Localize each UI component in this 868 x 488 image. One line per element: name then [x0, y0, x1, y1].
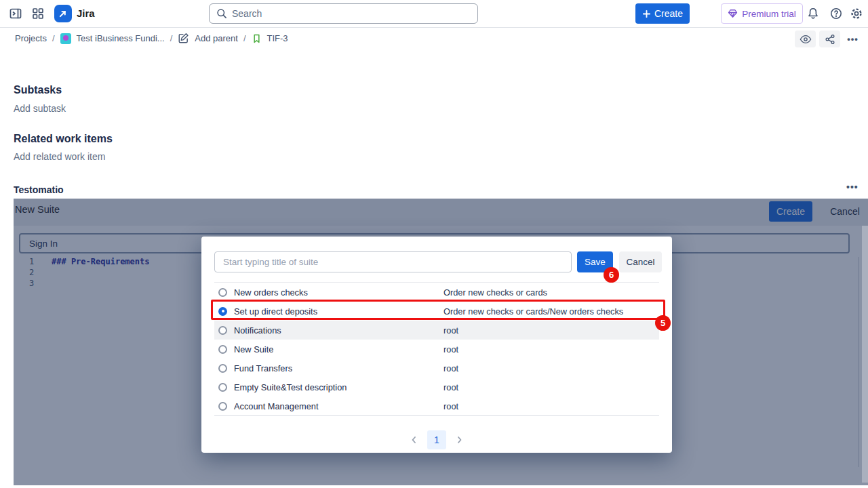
pagination: 1 [201, 430, 672, 449]
help-icon[interactable] [827, 4, 846, 23]
next-page-chevron-icon[interactable] [456, 435, 464, 445]
testomatio-more-icon[interactable]: ••• [846, 182, 859, 192]
breadcrumb-add-parent[interactable]: Add parent [195, 33, 238, 43]
watch-eye-icon[interactable] [795, 30, 816, 47]
notifications-bell-icon[interactable] [804, 4, 823, 23]
add-subtask-button[interactable]: Add subtask [14, 103, 66, 114]
plus-icon [642, 9, 651, 18]
widget-scrollbar[interactable] [862, 226, 868, 483]
cancel-button[interactable]: Cancel [619, 251, 662, 272]
app-name: Jira [77, 7, 95, 19]
suite-list: New orders checks Order new checks or ca… [214, 282, 659, 416]
suite-search-input[interactable] [214, 251, 572, 272]
global-search[interactable] [209, 3, 478, 24]
project-avatar [60, 33, 71, 44]
related-items-heading: Related work items [14, 133, 113, 145]
suite-row-empty-suite[interactable]: Empty Suite&Test description root [214, 378, 659, 396]
sidebar-toggle-icon[interactable] [8, 6, 23, 21]
suite-row-new-suite[interactable]: New Suite root [214, 340, 659, 359]
suite-row-account-management[interactable]: Account Management root [214, 396, 659, 415]
suite-row-fund-transfers[interactable]: Fund Transfers root [214, 359, 659, 378]
testomatio-heading: Testomatio [14, 184, 64, 195]
premium-trial-button[interactable]: Premium trial [721, 3, 803, 24]
search-icon [216, 8, 227, 19]
radio-unselected-icon[interactable] [218, 326, 227, 335]
jira-logo-icon[interactable] [54, 5, 72, 22]
step-badge-5: 5 [655, 315, 671, 331]
edit-pencil-icon [178, 33, 189, 44]
radio-unselected-icon[interactable] [218, 402, 227, 411]
radio-selected-icon[interactable] [218, 307, 227, 316]
share-icon[interactable] [819, 30, 840, 47]
suite-row-new-orders-checks[interactable]: New orders checks Order new checks or ca… [214, 283, 659, 302]
breadcrumb-project[interactable]: Test iBusiness Fundi... [77, 33, 165, 43]
create-button[interactable]: Create [635, 3, 690, 24]
page-more-icon[interactable]: ••• [843, 30, 863, 47]
move-suite-dialog: Save Cancel New orders checks Order new … [201, 237, 672, 453]
suite-row-notifications[interactable]: Notifications root [214, 321, 659, 340]
subtasks-heading: Subtasks [14, 84, 62, 96]
page-number[interactable]: 1 [427, 430, 446, 449]
radio-unselected-icon[interactable] [218, 364, 227, 373]
breadcrumb-issue-key[interactable]: TIF-3 [267, 33, 288, 43]
breadcrumb: Projects / Test iBusiness Fundi... / Add… [15, 28, 288, 49]
radio-unselected-icon[interactable] [218, 345, 227, 354]
radio-unselected-icon[interactable] [218, 288, 227, 297]
app-switcher-icon[interactable] [31, 6, 45, 21]
suite-row-set-up-direct-deposits[interactable]: Set up direct deposits Order new checks … [214, 302, 659, 321]
search-input[interactable] [232, 8, 456, 19]
add-related-item-button[interactable]: Add related work item [14, 151, 105, 162]
gem-icon [728, 9, 738, 18]
step-badge-6: 6 [604, 267, 619, 283]
settings-gear-icon[interactable] [847, 4, 866, 23]
story-bookmark-icon [252, 33, 262, 44]
top-app-bar: Jira Create Premium trial [0, 0, 868, 28]
breadcrumb-projects[interactable]: Projects [15, 33, 47, 43]
radio-unselected-icon[interactable] [218, 383, 227, 392]
prev-page-chevron-icon[interactable] [410, 435, 418, 445]
